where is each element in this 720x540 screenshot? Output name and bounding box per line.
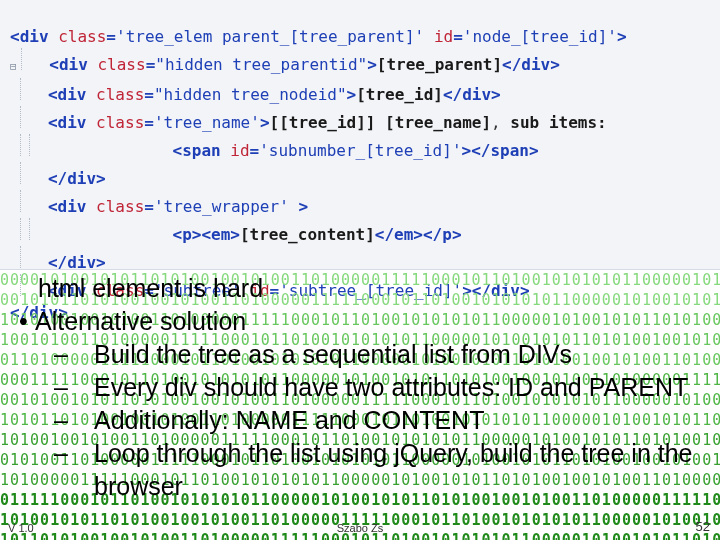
slide: <div class='tree_elem parent_[tree_paren… — [0, 0, 720, 540]
credit-label: Szabo Zs — [337, 522, 383, 534]
code-block: <div class='tree_elem parent_[tree_paren… — [0, 0, 720, 270]
sub-bullet: – Build the tree as a sequential list fr… — [74, 338, 702, 371]
sub-bullet: – Loop through the list using jQuery, bu… — [74, 437, 702, 503]
slide-body: 0000101001010110101001001010011010000011… — [0, 270, 720, 540]
sub-bullet: – Additionally: NAME and CONTENT — [74, 404, 702, 437]
bullet-item: • Alternative solution — [19, 305, 702, 338]
sub-bullet: – Every div should have two attributes: … — [74, 371, 702, 404]
text-line: html element is hard — [38, 272, 702, 305]
bullet-content: html element is hard • Alternative solut… — [0, 270, 720, 540]
version-label: V 1.0 — [8, 522, 34, 534]
page-number: 52 — [696, 519, 710, 534]
